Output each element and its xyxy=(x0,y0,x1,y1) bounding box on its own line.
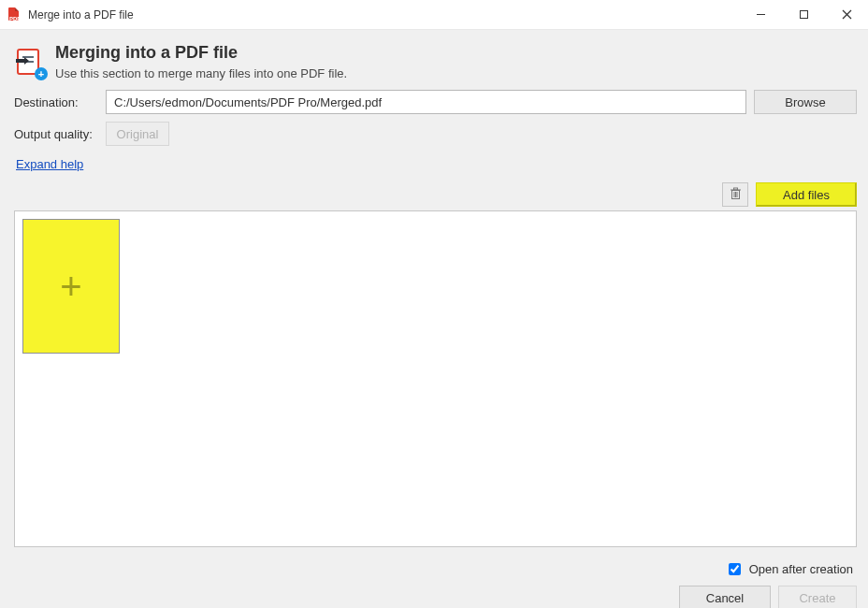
dialog-body: + Merging into a PDF file Use this secti… xyxy=(0,30,868,608)
dialog-subtitle: Use this section to merge many files int… xyxy=(55,66,347,80)
window-title: Merge into a PDF file xyxy=(28,8,134,22)
files-drop-area[interactable]: + xyxy=(14,210,857,547)
output-quality-label: Output quality: xyxy=(14,127,106,141)
minimize-button[interactable] xyxy=(739,0,782,29)
plus-icon: + xyxy=(60,268,81,305)
browse-button[interactable]: Browse xyxy=(754,90,857,114)
create-button[interactable]: Create xyxy=(778,586,857,608)
app-pdf-icon: PDF xyxy=(7,7,22,22)
dialog-title: Merging into a PDF file xyxy=(55,43,347,63)
close-button[interactable] xyxy=(825,0,868,29)
open-after-creation-wrap[interactable]: Open after creation xyxy=(725,560,853,578)
dialog-actions: Cancel Create xyxy=(3,578,868,608)
expand-help-link[interactable]: Expand help xyxy=(14,157,83,171)
svg-rect-9 xyxy=(733,188,737,190)
open-after-creation-checkbox[interactable] xyxy=(729,563,741,575)
trash-icon xyxy=(730,187,742,203)
footer-options: Open after creation xyxy=(3,555,868,578)
form-area: Destination: Browse Output quality: Orig… xyxy=(3,90,868,179)
destination-label: Destination: xyxy=(14,95,106,109)
open-after-creation-label: Open after creation xyxy=(749,562,853,576)
maximize-button[interactable] xyxy=(782,0,825,29)
dialog-header: + Merging into a PDF file Use this secti… xyxy=(3,30,868,90)
delete-button[interactable] xyxy=(722,182,748,207)
titlebar: PDF Merge into a PDF file xyxy=(0,0,868,30)
file-toolbar: Add files xyxy=(3,179,868,210)
destination-input[interactable] xyxy=(106,90,746,114)
merge-pdf-icon: + xyxy=(14,47,46,79)
add-files-button[interactable]: Add files xyxy=(756,182,857,207)
svg-rect-1 xyxy=(800,11,807,19)
add-file-placeholder[interactable]: + xyxy=(22,219,120,354)
cancel-button[interactable]: Cancel xyxy=(679,586,771,608)
window-controls xyxy=(739,0,868,29)
output-quality-button[interactable]: Original xyxy=(106,122,169,146)
